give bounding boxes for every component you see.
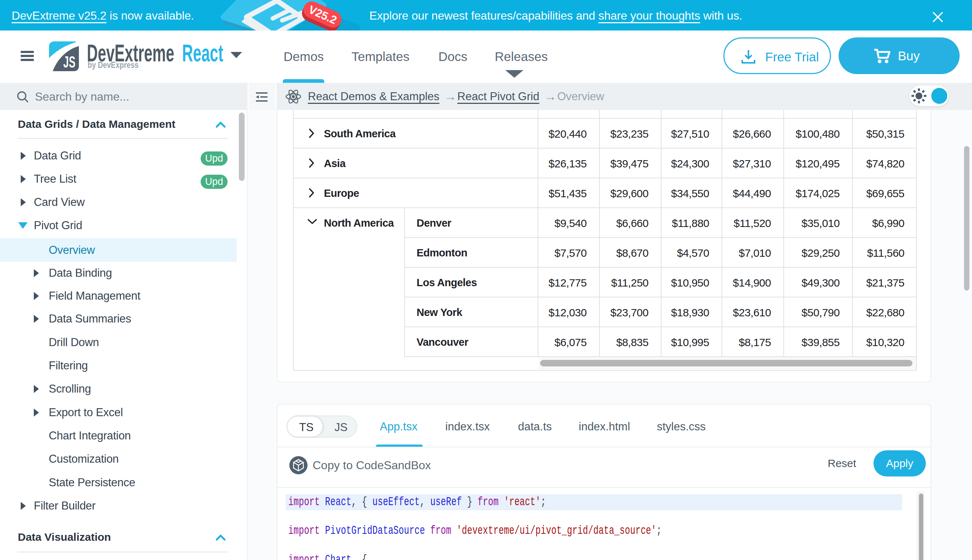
svg-text:JS: JS	[63, 53, 75, 71]
